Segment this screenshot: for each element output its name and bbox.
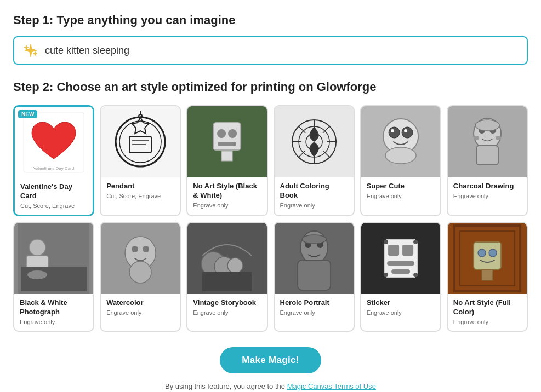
svg-point-45	[27, 270, 47, 279]
card-image-charcoal	[448, 106, 527, 177]
svg-rect-67	[391, 269, 410, 274]
svg-rect-19	[221, 151, 232, 161]
svg-rect-55	[202, 272, 252, 291]
svg-rect-66	[387, 261, 414, 266]
svg-rect-33	[476, 146, 498, 165]
svg-point-29	[404, 129, 407, 132]
svg-rect-78	[482, 269, 493, 280]
magic-icon-wrapper	[23, 43, 38, 58]
svg-point-48	[129, 261, 151, 283]
card-subtitle-bw-photo: Engrave only	[20, 319, 88, 325]
card-info-charcoal: Charcoal DrawingEngrave only	[448, 177, 527, 205]
card-info-no-art-bw: No Art Style (Black & White)Engrave only	[187, 177, 266, 214]
svg-point-26	[389, 127, 400, 138]
svg-rect-75	[474, 242, 501, 269]
svg-point-17	[228, 129, 237, 138]
svg-point-69	[413, 240, 418, 244]
art-style-card-vintage[interactable]: Vintage StorybookEngrave only	[186, 222, 267, 332]
card-image-adult-coloring	[275, 106, 354, 177]
svg-point-70	[384, 273, 388, 277]
card-info-super-cute: Super CuteEngrave only	[361, 177, 440, 205]
step2-title: Step 2: Choose an art style optimized fo…	[13, 80, 528, 94]
svg-point-30	[385, 147, 416, 164]
card-info-sticker: StickerEngrave only	[361, 294, 440, 321]
new-badge: NEW	[18, 110, 37, 118]
card-info-valentines: Valentine's Day CardCut, Score, Engrave	[15, 178, 93, 215]
card-title-super-cute: Super Cute	[367, 182, 435, 191]
svg-point-40	[475, 120, 499, 131]
card-title-pendant: Pendant	[106, 182, 174, 191]
card-title-no-art-full: No Art Style (Full Color)	[453, 298, 521, 317]
svg-rect-39	[496, 136, 501, 140]
card-subtitle-watercolor: Engrave only	[106, 309, 174, 316]
art-style-grid: Valentine's Day Card NEWValentine's Day …	[13, 105, 528, 332]
card-image-no-art-full	[448, 223, 527, 294]
art-style-card-sticker[interactable]: StickerEngrave only	[360, 222, 441, 332]
svg-point-71	[413, 273, 418, 277]
card-title-charcoal: Charcoal Drawing	[453, 182, 521, 191]
prompt-input[interactable]	[45, 45, 518, 56]
svg-marker-2	[33, 51, 37, 56]
card-title-sticker: Sticker	[367, 298, 435, 308]
art-style-card-super-cute[interactable]: Super CuteEngrave only	[360, 105, 441, 216]
art-style-card-pendant[interactable]: PendantCut, Score, Engrave	[100, 105, 181, 216]
svg-text:Valentine's Day Card: Valentine's Day Card	[33, 166, 74, 171]
card-info-no-art-full: No Art Style (Full Color)Engrave only	[448, 294, 527, 331]
card-image-bw-photo	[14, 223, 93, 294]
footer-text: By using this feature, you agree to the …	[13, 382, 528, 390]
svg-point-61	[302, 235, 326, 244]
art-style-card-adult-coloring[interactable]: Adult Coloring BookEngrave only	[274, 105, 355, 216]
terms-link[interactable]: Magic Canvas Terms of Use	[287, 382, 376, 390]
svg-rect-65	[402, 245, 413, 256]
art-style-card-watercolor[interactable]: WatercolorEngrave only	[100, 222, 181, 332]
card-info-bw-photo: Black & White PhotographEngrave only	[14, 294, 93, 331]
svg-point-77	[489, 249, 497, 257]
card-image-no-art-bw	[187, 106, 266, 177]
svg-rect-58	[298, 260, 331, 290]
card-image-watercolor	[101, 223, 180, 294]
card-title-bw-photo: Black & White Photograph	[20, 298, 88, 317]
card-subtitle-vintage: Engrave only	[193, 309, 261, 316]
card-title-watercolor: Watercolor	[106, 298, 174, 308]
card-info-adult-coloring: Adult Coloring BookEngrave only	[275, 177, 354, 214]
card-image-pendant	[101, 106, 180, 177]
art-style-card-bw-photo[interactable]: Black & White PhotographEngrave only	[13, 222, 94, 332]
card-info-pendant: PendantCut, Score, Engrave	[101, 177, 180, 205]
svg-point-43	[29, 239, 45, 256]
svg-rect-38	[474, 136, 479, 140]
card-subtitle-super-cute: Engrave only	[367, 193, 435, 199]
card-subtitle-sticker: Engrave only	[367, 309, 435, 316]
svg-rect-64	[388, 245, 399, 256]
card-image-vintage	[187, 223, 266, 294]
card-info-watercolor: WatercolorEngrave only	[101, 294, 180, 321]
art-style-card-no-art-bw[interactable]: No Art Style (Black & White)Engrave only	[186, 105, 267, 216]
card-info-vintage: Vintage StorybookEngrave only	[187, 294, 266, 321]
card-image-heroic	[275, 223, 354, 294]
art-style-card-no-art-full[interactable]: No Art Style (Full Color)Engrave only	[447, 222, 528, 332]
card-image-sticker	[361, 223, 440, 294]
svg-rect-18	[218, 142, 236, 146]
card-subtitle-adult-coloring: Engrave only	[280, 202, 348, 209]
art-style-card-charcoal[interactable]: Charcoal DrawingEngrave only	[447, 105, 528, 216]
svg-point-49	[132, 246, 138, 252]
svg-rect-44	[21, 267, 87, 291]
card-subtitle-pendant: Cut, Score, Engrave	[106, 193, 174, 199]
card-image-valentines: Valentine's Day Card NEW	[15, 107, 93, 178]
svg-point-27	[402, 127, 413, 138]
card-title-heroic: Heroic Portrait	[280, 298, 348, 308]
card-subtitle-valentines: Cut, Score, Engrave	[20, 203, 87, 209]
card-subtitle-heroic: Engrave only	[280, 309, 348, 316]
card-title-no-art-bw: No Art Style (Black & White)	[193, 182, 261, 200]
make-magic-button[interactable]: Make Magic!	[220, 347, 321, 373]
art-style-card-valentines[interactable]: Valentine's Day Card NEWValentine's Day …	[13, 105, 94, 216]
card-subtitle-no-art-bw: Engrave only	[193, 202, 261, 209]
step1-title: Step 1: Type anything you can imagine	[13, 13, 528, 27]
card-image-super-cute	[361, 106, 440, 177]
art-style-card-heroic[interactable]: Heroic PortraitEngrave only	[274, 222, 355, 332]
svg-point-76	[478, 249, 486, 257]
svg-point-16	[217, 129, 226, 138]
card-title-valentines: Valentine's Day Card	[20, 182, 87, 201]
card-title-vintage: Vintage Storybook	[193, 298, 261, 308]
svg-point-50	[143, 246, 149, 252]
card-info-heroic: Heroic PortraitEngrave only	[275, 294, 354, 321]
